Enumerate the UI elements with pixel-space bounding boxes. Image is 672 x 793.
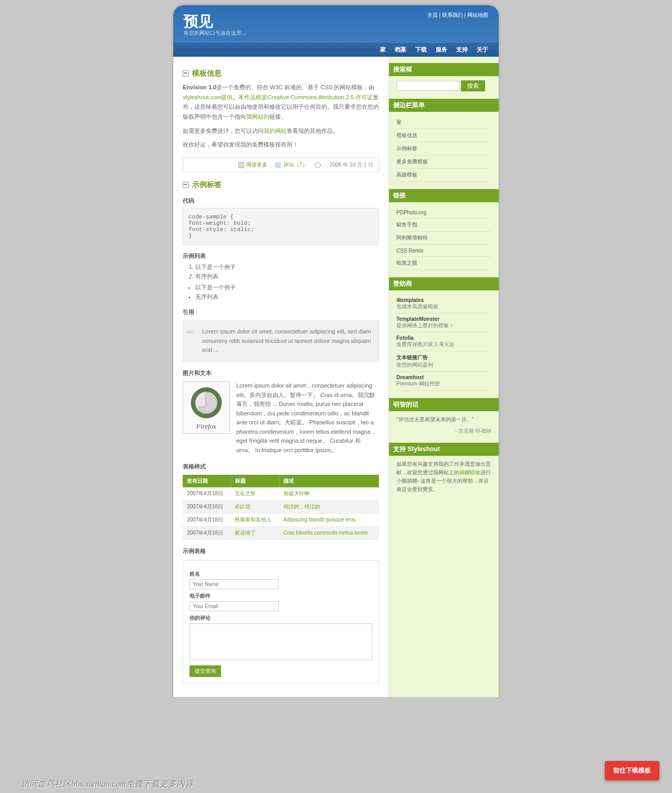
cell-desc-link[interactable]: 纯洁的，纯洁的 (284, 504, 320, 509)
th-date: 发布日期 (183, 475, 230, 487)
comments-link[interactable]: 评论（7） (284, 162, 308, 168)
sponsor-item[interactable]: 文本链接广告使您的网站盈利 (396, 351, 491, 372)
comment-textarea[interactable] (190, 623, 372, 660)
comment-label: 你的评论 (190, 614, 372, 622)
sponsor-item[interactable]: 4templates低成本高质量模板 (396, 295, 491, 314)
sidebar-link[interactable]: 暗黑之眼 (396, 260, 417, 266)
cell-title-link[interactable]: 无名之辈 (235, 491, 256, 496)
link-styleshout[interactable]: styleshout.com提供 (183, 94, 233, 100)
sidebar-link[interactable]: 高级模板 (396, 172, 417, 178)
cell-date: 2007年4月18日 (183, 500, 230, 513)
list-item: PDPhoto.org (396, 206, 491, 218)
link-mysite2[interactable]: 我的网站 (264, 128, 287, 134)
comment-icon (275, 162, 281, 168)
email-label: 电子邮件 (190, 592, 372, 600)
list-item: 阿利斯塔帕特 (396, 232, 491, 245)
sponsors-heading: 赞助商 (389, 277, 499, 290)
name-label: 姓名 (190, 570, 372, 578)
sidebar-link[interactable]: CSS Remix (396, 248, 424, 254)
sidebar: 搜索框 侧边栏菜单 家模板信息示例标签更多免费模板高级模板 链接 PDPhoto… (388, 57, 499, 697)
list-item: 高级模板 (396, 169, 491, 182)
sidebar-link[interactable]: 示例标签 (396, 145, 417, 151)
nav-about[interactable]: 关于 (477, 46, 488, 53)
sample-form: 姓名 电子邮件 你的评论 (183, 560, 379, 684)
document-icon (238, 162, 244, 168)
table-row: 2007年4月18日无名之辈前庭大叶蝉 (183, 487, 379, 500)
nav-support[interactable]: 支持 (456, 46, 468, 53)
post2-heading: 示例标签 (183, 180, 379, 190)
sponsor-item[interactable]: DreamhostPremium 网站托管 (396, 372, 491, 391)
nav-home[interactable]: 家 (380, 46, 386, 53)
th-title: 标题 (230, 475, 279, 487)
post1-p3: 祝你好运，希望你发现我的免费模板很有用！ (183, 140, 379, 150)
post1-heading: 模板信息 (183, 69, 379, 78)
sidebar-link[interactable]: 家 (396, 119, 402, 125)
post1-intro: Envision 1.0是一个免费的、符合 W3C 标准的、基于 CSS 的网站… (183, 82, 379, 122)
firefox-icon (188, 384, 225, 421)
table-row: 2007年4月18日必比登纯洁的，纯洁的 (183, 500, 379, 513)
sponsor-item[interactable]: Fotolia免费库存图片或 1 美元起 (396, 332, 491, 351)
sponsor-item[interactable]: TemplateMonster提供网络上最好的模板！ (396, 314, 491, 332)
table-heading: 表格样式 (183, 463, 379, 471)
toplink-sitemap[interactable]: 网站地图 (467, 12, 488, 18)
donate-link[interactable]: 捐赠链接 (459, 469, 480, 475)
nav-download[interactable]: 下载 (415, 46, 427, 53)
submit-button[interactable] (190, 665, 221, 677)
sidebar-link[interactable]: 更多免费模板 (396, 159, 428, 164)
cell-title-link[interactable]: 紫花地丁 (235, 530, 256, 536)
post1-bold: Envision 1.0 (183, 84, 216, 90)
list-item: CSS Remix (396, 245, 491, 257)
sidebar-link[interactable]: 鱿鱼手指 (396, 222, 417, 227)
list-item: 家 (396, 116, 491, 129)
cell-date: 2007年4月18日 (183, 513, 230, 526)
unordered-list: 以下是一个例子 无序列表 (195, 284, 379, 301)
top-links: 主页 | 联系我们 | 网站地图 (427, 12, 488, 19)
main-column: 模板信息 Envision 1.0是一个免费的、符合 W3C 标准的、基于 CS… (173, 57, 388, 697)
clock-icon (315, 162, 321, 168)
post1-p2: 如需更多免费设计，您可以访问我的网站查看我的其他作品。 (183, 126, 379, 136)
cell-date: 2007年4月18日 (183, 487, 230, 500)
cell-date: 2007年4月18日 (183, 526, 230, 539)
main-nav: 家 档案 下载 服务 支持 关于 (173, 42, 499, 57)
cell-desc-link[interactable]: Cras lobortis commodo metus lorem (284, 530, 368, 536)
email-input[interactable] (190, 601, 279, 611)
readmore-link[interactable]: 阅读更多 (246, 162, 267, 168)
list-item: 模板信息 (396, 129, 491, 142)
toplink-home[interactable]: 主页 (427, 12, 438, 18)
data-table: 发布日期 标题 描述 2007年4月18日无名之辈前庭大叶蝉2007年4月18日… (183, 475, 379, 540)
sponsors-list: 4templates低成本高质量模板TemplateMonster提供网络上最好… (396, 295, 491, 391)
firefox-image: Firefox (183, 381, 230, 434)
toplink-contact[interactable]: 联系我们 (442, 12, 463, 18)
list-heading: 示例列表 (183, 252, 379, 260)
sidebar-links: PDPhoto.org鱿鱼手指阿利斯塔帕特CSS Remix暗黑之眼 (396, 206, 491, 270)
code-heading: 代码 (183, 197, 379, 205)
search-button[interactable] (461, 80, 485, 91)
cell-desc-link[interactable]: Adipiscing blandit quisque eros (284, 517, 356, 523)
link-cc[interactable]: 本作品根据Creative Commons Attribution 2.5 许可… (238, 94, 373, 100)
quote-text: "评估过去是展望未来的第一步。" (396, 415, 491, 424)
search-box (396, 80, 491, 91)
cell-title-link[interactable]: 慈善家和其他人 (235, 517, 271, 523)
nav-archive[interactable]: 档案 (395, 46, 406, 53)
link-mysite[interactable]: 我网站的 (246, 113, 269, 120)
search-input[interactable] (396, 81, 459, 91)
quote-heading: 引用 (183, 308, 379, 316)
sidebar-link[interactable]: PDPhoto.org (396, 210, 426, 215)
list-item: 示例标签 (396, 142, 491, 155)
list-item: 无序列表 (195, 293, 379, 301)
nav-service[interactable]: 服务 (436, 46, 447, 53)
imgtext-heading: 图片和文本 (183, 369, 379, 377)
image-text: Lorem ipsum dolor sit amet，consectetuer … (236, 381, 379, 455)
blockquote: Lorem ipsum dolor sit amet, consectetuer… (183, 320, 379, 362)
name-input[interactable] (190, 579, 279, 589)
table-row: 2007年4月18日慈善家和其他人Adipiscing blandit quis… (183, 513, 379, 526)
table-row: 2007年4月18日紫花地丁Cras lobortis commodo metu… (183, 526, 379, 539)
links-heading: 链接 (389, 189, 499, 202)
wise-quote: "评估过去是展望未来的第一步。" - 克里斯·怀德纳 (396, 415, 491, 435)
sidebar-menu: 家模板信息示例标签更多免费模板高级模板 (396, 116, 491, 182)
cell-desc-link[interactable]: 前庭大叶蝉 (284, 491, 310, 496)
list-item: 有序列表 (195, 273, 379, 280)
sidebar-link[interactable]: 模板信息 (396, 132, 417, 138)
cell-title-link[interactable]: 必比登 (235, 504, 250, 509)
sidebar-link[interactable]: 阿利斯塔帕特 (396, 235, 428, 241)
